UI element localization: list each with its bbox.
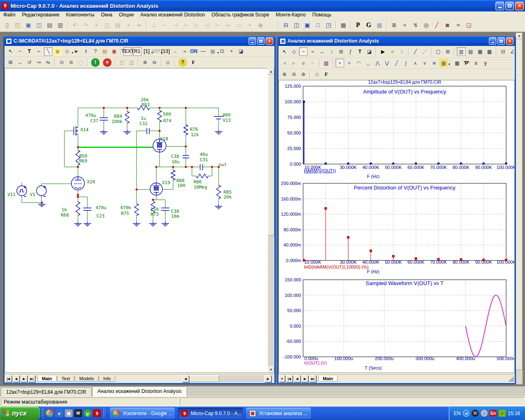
start-button[interactable]: пуск [0,406,40,420]
task-button-1[interactable]: Усилители - Google ... [110,408,175,419]
menu-item-7[interactable]: Область графиков Scope [208,11,273,18]
page-nav-first[interactable]: |◀ [5,375,12,382]
open-file-icon[interactable]: ◰ [13,20,23,30]
scope-window-icon[interactable]: ◙ [443,20,452,30]
minimize-button[interactable] [495,2,504,10]
mail-icon[interactable] [55,409,63,417]
schematic-close-button[interactable]: × [266,37,273,45]
language-indicator[interactable]: EN [454,411,461,416]
go-to-branch-icon[interactable]: ▦▾ [439,59,448,67]
new-file-icon[interactable]: ▯ [2,20,12,30]
scroll-right-icon[interactable]: ▶ [265,375,272,382]
run-icon[interactable]: ▶ [379,47,387,56]
mdi-vertical-scrollbar[interactable]: ▲ ▼ [516,33,523,384]
page-nav-previous[interactable]: ◀ [13,375,20,382]
y-scale-icon[interactable]: y [481,59,490,67]
align-cursors-icon[interactable]: ≈ [308,47,317,56]
grid-points-icon[interactable]: ⊞ [443,47,452,56]
region-copy-icon[interactable]: ▤ [100,47,109,56]
find-icon[interactable]: ⊚ [67,58,75,67]
schematic-minimize-button[interactable] [249,37,256,45]
schematic-maximize-button[interactable] [257,37,265,45]
waveform-source-icon[interactable]: ≈ [400,20,410,30]
zoom-in-icon[interactable]: ⊕ [280,70,289,79]
vi-plot-icon[interactable]: VI [453,20,463,30]
peak-icon[interactable]: ◠ [354,59,363,67]
p-key-icon[interactable]: 'P' [462,59,471,67]
analysis-maximize-button[interactable] [498,37,505,45]
zoom-in-icon[interactable]: ⊕ [141,58,149,67]
page-nav-previous[interactable]: ◀ [294,375,301,382]
bring-front-icon[interactable]: ◰ [118,58,126,67]
attribute-toggle-icon[interactable]: R1 [133,47,142,56]
series-label[interactable]: IHD(HARM(V(OUT)),10000) (%) [304,265,369,269]
flip-vertical-icon[interactable]: ↪ [34,58,43,67]
tab-main[interactable]: Main [318,376,338,382]
text-tool-icon[interactable]: T [25,47,34,56]
slope-tool-icon[interactable]: ∠ [508,47,517,56]
plot-select-dropdown[interactable]: ▼ [279,375,285,382]
series-label[interactable]: V(OUT) (V) [304,361,327,365]
microcap-icon[interactable] [93,409,101,417]
global-low-icon[interactable]: ⋎ [420,59,429,67]
page-nav-last[interactable]: ▶| [28,375,35,382]
fit-horizontal-icon[interactable]: ↔ [318,47,326,56]
menu-item-6[interactable]: Анализ искажений Distortion [137,11,208,18]
menu-item-8[interactable]: Монте-Карло [272,11,309,18]
task-button-2[interactable]: Micro-Cap 9.0.7.0 - А... [178,408,243,419]
stepping-table-icon[interactable]: ▦ [374,20,384,30]
inflection-icon[interactable]: ∫ [402,59,410,67]
info-tool-icon[interactable]: i [82,47,90,56]
node-numbers-icon[interactable]: [13] [161,47,170,56]
vertical-cursor-icon[interactable]: + [345,59,354,67]
schematic-horizontal-scrollbar[interactable]: ◀ ▶ [182,375,272,382]
volume-icon[interactable]: ♪ [481,410,488,417]
split-plots-icon[interactable]: ⊟ [499,47,507,56]
schematic-vertical-scrollbar[interactable]: ▲ ▼ [268,68,274,373]
text-tool-icon[interactable]: T [356,47,364,56]
tile-vertical-icon[interactable]: ◫ [292,20,301,30]
task-button-3[interactable]: Установки анализа ... [246,408,311,419]
menu-item-2[interactable]: Редактирование [19,11,63,18]
help-ball-icon[interactable]: ? [178,58,187,67]
chevron-left-icon[interactable]: ◂ [463,410,470,417]
menu-item-3[interactable]: Компоненты [63,11,98,18]
schematic-canvas[interactable]: 20kR83470uC37R84100k1uC32500R74400V13X14… [5,68,268,373]
tab-main[interactable]: Main [37,376,57,382]
print-icon[interactable]: ▤ [45,20,55,30]
horizontal-cursor-icon[interactable]: + [336,59,344,67]
schematic-window-title-bar[interactable]: ▦ C:\MC9\DATA\12ax7+bsp129+EL84 для ГМ70… [5,36,274,46]
zoom-out-icon[interactable]: ⊖ [290,70,298,79]
grid-toggle-icon[interactable]: ▦▾ [208,47,217,56]
low-icon[interactable]: ⋁ [383,59,391,67]
calculator-icon[interactable]: ▦ [338,20,348,30]
punto-switcher-icon[interactable]: En [490,410,497,417]
rotate-tool-icon[interactable]: ↺ [25,58,34,67]
series-label[interactable]: HARM(V(OUT)) [304,168,336,173]
save-file-icon[interactable]: ▣ [23,20,33,30]
chrome-icon[interactable] [46,409,54,417]
wolf-tray-icon[interactable]: W [472,410,479,417]
cursor-snap-icon[interactable]: + [227,47,236,56]
menu-item-4[interactable]: Окна [98,11,116,18]
scroll-left-icon[interactable]: ◀ [182,375,189,382]
envelope-icon[interactable]: ≋ [430,59,438,67]
page-nav-next[interactable]: ▶ [301,375,308,382]
player-icon[interactable] [65,409,73,417]
pattern-grid-icon[interactable]: ▦ [476,47,484,56]
f-hotkey-icon[interactable]: F [189,58,198,67]
scroll-thumb[interactable] [516,39,523,370]
tile-horizontal-icon[interactable]: ⊟ [281,20,291,30]
shape-tool-icon[interactable]: ◇▾ [290,47,298,56]
scroll-thumb[interactable] [268,75,274,235]
tab-12ax7+bsp129+el84-для-гм70.cir[interactable]: 12ax7+bsp129+EL84 для ГМ70.CIR [1,387,91,397]
analysis-window-title-bar[interactable]: ▧ Анализ искажений Distortion Analysis × [278,36,515,46]
wolf-icon[interactable] [74,409,82,417]
border-toggle-icon[interactable]: ⊡ [218,47,226,56]
function-tool-icon[interactable]: ƒ [346,47,355,56]
hscroll-thumb[interactable] [189,375,219,382]
probe-icon[interactable]: ◎ [421,20,431,30]
numeric-output-icon[interactable]: ▦ [453,59,461,67]
analysis-plot-area[interactable]: 0.00025.00050.00075.000100.000125.00010.… [278,80,515,373]
cascade-windows-icon[interactable]: ▣ [302,20,312,30]
